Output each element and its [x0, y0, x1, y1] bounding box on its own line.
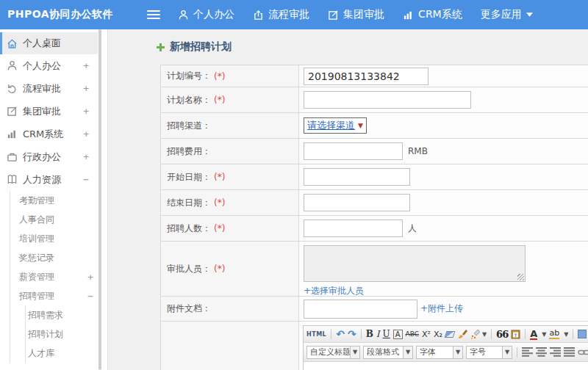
sidebar-item-personal-office[interactable]: 个人办公 +	[0, 54, 98, 77]
expand-toggle[interactable]: +	[83, 151, 89, 162]
format-brush-icon[interactable]	[457, 329, 467, 339]
caret-down-icon: ▼	[482, 331, 487, 338]
bold-button[interactable]: B	[366, 329, 373, 339]
headcount-input[interactable]	[304, 220, 403, 237]
sidebar-scrollbar[interactable]	[98, 29, 101, 370]
highlight-color-button[interactable]: ab	[549, 329, 559, 339]
topnav-label: 更多应用	[481, 8, 522, 21]
expand-toggle[interactable]: +	[83, 60, 89, 71]
edit-icon	[7, 106, 18, 117]
start-date-input[interactable]	[304, 168, 410, 186]
caret-down-icon: ▼	[564, 331, 568, 338]
font-family-select[interactable]: 字体 ▼	[416, 346, 463, 359]
font-style-button[interactable]: A	[393, 330, 403, 339]
form-row-headcount: 招聘人数：(*) 人	[161, 216, 588, 242]
end-date-input[interactable]	[304, 194, 410, 211]
submenu-label: 考勤管理	[19, 195, 54, 207]
plan-name-input[interactable]	[304, 91, 471, 109]
collapse-toggle[interactable]: −	[87, 291, 93, 302]
form-row-start-date: 开始日期：(*)	[161, 164, 588, 190]
sidebar-item-crm[interactable]: CRM系统 +	[0, 123, 98, 145]
italic-button[interactable]: I	[376, 329, 380, 339]
font-size-select[interactable]: 字号 ▼	[466, 346, 512, 359]
caret-down-icon: ▼	[453, 347, 462, 358]
field-label: 招聘费用：	[167, 145, 211, 158]
fee-input[interactable]	[304, 142, 403, 160]
sidebar-item-label: 个人桌面	[23, 37, 61, 50]
paragraph-format-select[interactable]: 段落格式 ▼	[363, 346, 413, 359]
select-approvers-link[interactable]: +选择审批人员	[304, 285, 364, 297]
subscript-button[interactable]: X₂	[434, 330, 442, 339]
sidebar-item-admin-office[interactable]: 行政办公 +	[0, 145, 98, 168]
collapse-toggle[interactable]: −	[83, 174, 89, 185]
expand-toggle[interactable]: +	[83, 106, 89, 117]
strikethrough-button[interactable]: ABC	[406, 330, 419, 338]
topnav-personal-office[interactable]: 个人办公	[178, 8, 234, 21]
expand-toggle[interactable]: +	[83, 83, 89, 94]
sidebar-item-label: 行政办公	[23, 150, 61, 164]
sidebar-item-training[interactable]: 培训管理	[10, 229, 98, 248]
sidebar-item-salary[interactable]: 薪资管理 +	[10, 267, 98, 286]
topnav-group-approval[interactable]: 集团审批	[328, 8, 384, 21]
form-row-end-date: 结束日期：(*)	[161, 190, 588, 216]
briefcase-icon	[7, 151, 18, 162]
sidebar-item-label: 个人办公	[23, 59, 61, 73]
topnav-more-apps[interactable]: 更多应用	[481, 8, 533, 21]
eraser-icon[interactable]	[445, 331, 454, 338]
html-source-button[interactable]: HTML	[306, 331, 326, 338]
required-marker: (*)	[214, 223, 225, 233]
topnav-crm-system[interactable]: CRM系统	[403, 8, 462, 21]
custom-title-select[interactable]: 自定义标题 ▼	[306, 346, 360, 359]
image-icon[interactable]	[578, 330, 587, 338]
link-icon[interactable]	[578, 349, 588, 356]
sidebar-item-hr[interactable]: 人力资源 −	[0, 168, 98, 191]
sidebar-item-workflow-approval[interactable]: 流程审批 +	[0, 77, 98, 100]
topnav-workflow-approval[interactable]: 流程审批	[253, 8, 309, 21]
submenu-label: 人才库	[28, 347, 54, 360]
attachment-upload-link[interactable]: +附件上传	[420, 302, 463, 315]
editor-content-area[interactable]	[304, 362, 588, 370]
sidebar: 个人桌面 个人办公 + 流程审批 + 集团审批 + CRM系统 + 行政办公 +	[0, 29, 98, 370]
undo-button[interactable]: ↶	[336, 328, 345, 340]
expand-toggle[interactable]: +	[83, 128, 89, 139]
sidebar-item-label: 人力资源	[23, 173, 61, 186]
align-center-icon[interactable]	[536, 347, 547, 357]
main-content: 新增招聘计划 计划编号：(*) 计划名称：(*) 招聘渠道： 请选择渠道 ▼ 招…	[107, 29, 588, 370]
plan-no-input[interactable]	[304, 68, 429, 85]
align-left-icon[interactable]	[522, 347, 533, 357]
hamburger-menu-icon[interactable]	[147, 8, 160, 21]
redo-button[interactable]: ↷	[348, 328, 356, 340]
align-justify-icon[interactable]	[564, 347, 575, 357]
spellcheck-pen-icon[interactable]: ▼	[470, 329, 487, 339]
sidebar-item-recruit-demand[interactable]: 招聘需求	[26, 305, 98, 324]
superscript-button[interactable]: X²	[422, 330, 431, 339]
align-right-icon[interactable]	[550, 347, 561, 357]
sidebar-item-rewards[interactable]: 奖惩记录	[10, 248, 98, 267]
expand-toggle[interactable]: +	[87, 272, 93, 283]
caret-down-icon: ▼	[403, 347, 412, 358]
edit-icon	[328, 10, 339, 21]
rich-text-editor: HTML ↶ ↷ B I U A ABC X² X₂	[303, 325, 588, 370]
font-color-button[interactable]: A	[530, 329, 537, 340]
sidebar-item-attendance[interactable]: 考勤管理	[10, 191, 98, 210]
sidebar-item-desktop[interactable]: 个人桌面	[0, 32, 98, 54]
submenu-label: 招聘管理	[19, 290, 54, 302]
sidebar-item-recruit-plan[interactable]: 招聘计划	[26, 324, 98, 344]
submenu-label: 招聘计划	[28, 328, 63, 341]
underline-button[interactable]: U	[383, 329, 390, 339]
editor-toolbar-row2: 自定义标题 ▼ 段落格式 ▼ 字体 ▼ 字号 ▼	[304, 343, 588, 362]
topnav-label: CRM系统	[418, 8, 462, 21]
sidebar-item-group-approval[interactable]: 集团审批 +	[0, 100, 98, 123]
sidebar-item-talent-pool[interactable]: 人才库	[26, 344, 98, 363]
select-value: 段落格式	[364, 347, 403, 358]
approvers-textarea[interactable]	[304, 245, 526, 282]
blockquote-button[interactable]: 66	[496, 329, 508, 340]
attachment-input[interactable]	[304, 300, 417, 319]
select-value: 自定义标题	[307, 347, 350, 358]
paste-text-icon[interactable]: T	[511, 329, 520, 339]
chart-icon	[7, 128, 18, 139]
sidebar-item-recruit-mgmt[interactable]: 招聘管理 −	[10, 286, 98, 305]
resize-grip[interactable]	[517, 274, 524, 280]
sidebar-item-hr-contract[interactable]: 人事合同	[10, 210, 98, 229]
channel-select[interactable]: 请选择渠道 ▼	[304, 117, 367, 134]
